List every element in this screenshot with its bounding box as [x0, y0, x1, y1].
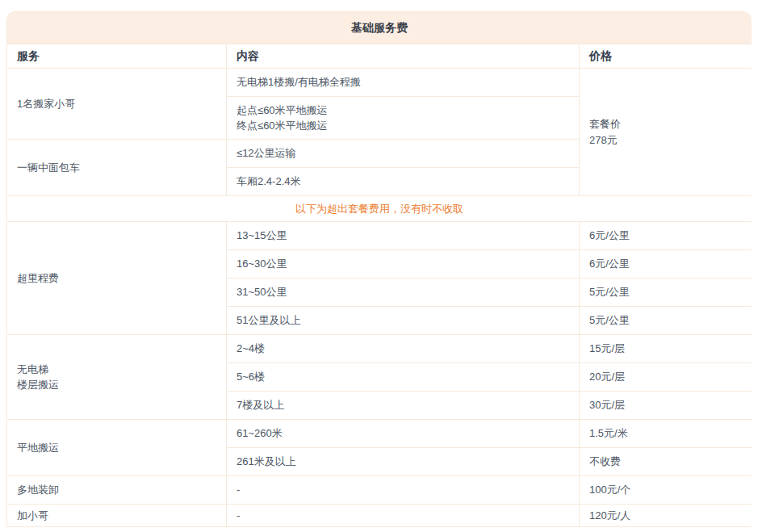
table-header-row: 服务 内容 价格 [7, 44, 752, 69]
column-header-content: 内容 [227, 44, 580, 69]
price-cell: 6元/公里 [580, 250, 752, 279]
price-cell: 15元/层 [580, 335, 752, 363]
service-cell: 一辆中面包车 [7, 140, 227, 196]
content-cell: 无电梯1楼搬/有电梯全程搬 [227, 69, 580, 97]
price-cell: 30元/层 [580, 392, 752, 420]
content-cell: 13~15公里 [227, 222, 580, 250]
table-row: 以下为超出套餐费用，没有时不收取 [7, 196, 752, 222]
content-cell: 车厢2.4-2.4米 [227, 168, 580, 196]
pricing-card: 基础服务费 服务 内容 价格 1名搬家小哥 无电梯1楼搬/有电梯全程搬 套餐价 … [6, 11, 752, 527]
content-cell: 2~4楼 [227, 335, 580, 363]
content-cell: 31~50公里 [227, 279, 580, 307]
price-cell: 不收费 [580, 448, 752, 476]
content-cell: 261米及以上 [227, 448, 580, 476]
notice-cell: 以下为超出套餐费用，没有时不收取 [7, 196, 752, 222]
price-cell: 5元/公里 [580, 279, 752, 307]
content-cell: 51公里及以上 [227, 307, 580, 335]
price-cell: 套餐价 278元 [580, 69, 752, 196]
service-cell: 无电梯 楼层搬运 [7, 335, 227, 420]
table-row: 平地搬运 61~260米 1.5元/米 [7, 420, 752, 448]
content-cell: 5~6楼 [227, 363, 580, 392]
price-cell: 20元/层 [580, 363, 752, 392]
table-row: 无电梯 楼层搬运 2~4楼 15元/层 [7, 335, 752, 363]
content-cell: - [227, 476, 580, 505]
price-cell: 6元/公里 [580, 222, 752, 250]
table-row: 超里程费 13~15公里 6元/公里 [7, 222, 752, 250]
service-cell: 1名搬家小哥 [7, 69, 227, 140]
content-cell: - [227, 505, 580, 527]
service-cell: 多地装卸 [7, 476, 227, 505]
content-cell: ≤12公里运输 [227, 140, 580, 168]
content-cell: 16~30公里 [227, 250, 580, 279]
table-row: 基础服务费 [7, 12, 752, 44]
table-row: 1名搬家小哥 无电梯1楼搬/有电梯全程搬 套餐价 278元 [7, 69, 752, 97]
content-cell: 61~260米 [227, 420, 580, 448]
content-cell: 7楼及以上 [227, 392, 580, 420]
column-header-service: 服务 [7, 44, 227, 69]
service-cell: 加小哥 [7, 505, 227, 527]
service-cell: 超里程费 [7, 222, 227, 335]
service-cell: 平地搬运 [7, 420, 227, 476]
table-row: 多地装卸 - 100元/个 [7, 476, 752, 505]
price-cell: 120元/人 [580, 505, 752, 527]
table-row: 加小哥 - 120元/人 [7, 505, 752, 527]
table-title: 基础服务费 [7, 12, 752, 44]
price-cell: 1.5元/米 [580, 420, 752, 448]
price-cell: 5元/公里 [580, 307, 752, 335]
column-header-price: 价格 [580, 44, 752, 69]
price-cell: 100元/个 [580, 476, 752, 505]
content-cell: 起点≤60米平地搬运 终点≤60米平地搬运 [227, 97, 580, 140]
pricing-table: 基础服务费 服务 内容 价格 1名搬家小哥 无电梯1楼搬/有电梯全程搬 套餐价 … [6, 11, 752, 527]
